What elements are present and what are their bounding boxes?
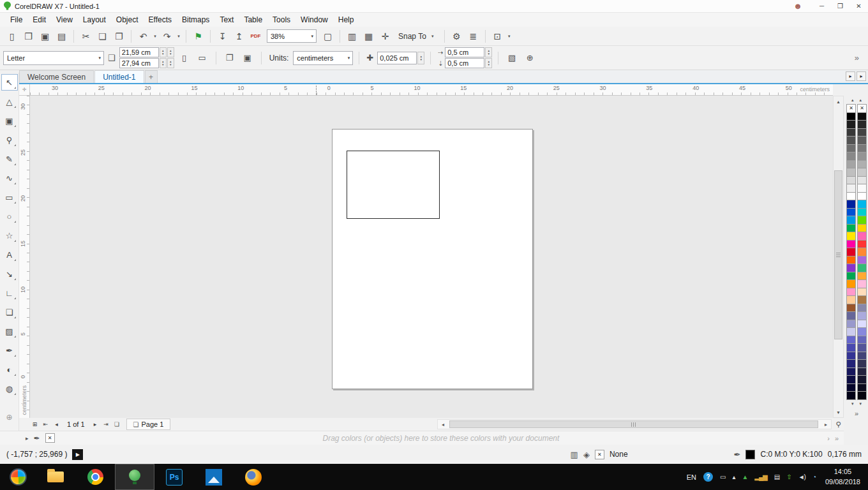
landscape-button[interactable]: ▭ [195, 50, 210, 66]
palette-scroll-down-button[interactable]: ▾▾ [851, 400, 862, 408]
taskbar-photos[interactable] [194, 464, 234, 490]
menu-tools[interactable]: Tools [267, 13, 296, 26]
update-icon[interactable]: ⇧ [786, 473, 791, 480]
paste-button[interactable]: ❐ [111, 29, 127, 44]
color-swatch[interactable] [857, 295, 867, 304]
color-swatch[interactable] [857, 311, 867, 320]
ruler-origin-icon[interactable]: ✛ [19, 84, 30, 96]
document-page[interactable] [332, 129, 533, 389]
treat-as-filled-button[interactable]: ▧ [504, 50, 520, 66]
new-tab-button[interactable]: + [145, 70, 158, 83]
page-width-input[interactable] [119, 47, 159, 57]
color-swatch[interactable] [857, 208, 867, 217]
menu-bitmaps[interactable]: Bitmaps [177, 13, 214, 26]
color-swatch[interactable] [857, 176, 867, 185]
taskbar-firefox[interactable] [234, 464, 273, 490]
previous-page-button[interactable]: ◂ [51, 419, 62, 429]
menu-view[interactable]: View [51, 13, 78, 26]
color-swatch[interactable] [857, 200, 867, 209]
color-swatch[interactable] [846, 200, 856, 209]
cut-button[interactable]: ✂ [78, 29, 94, 44]
menu-layout[interactable]: Layout [78, 13, 111, 26]
color-swatch[interactable] [846, 208, 856, 217]
page-width-spinner-2[interactable]: ▴▾ [167, 47, 174, 57]
color-swatch[interactable] [846, 128, 856, 137]
next-page-button[interactable]: ▸ [90, 419, 101, 429]
duplicate-y-input[interactable] [445, 58, 484, 68]
start-button[interactable] [0, 464, 36, 490]
scroll-left-button[interactable]: ◂ [438, 420, 448, 429]
color-swatch[interactable] [857, 152, 867, 161]
color-swatch[interactable] [846, 256, 856, 265]
drawing-canvas[interactable] [30, 96, 833, 418]
menu-help[interactable]: Help [333, 13, 359, 26]
menu-window[interactable]: Window [296, 13, 333, 26]
vertical-ruler[interactable]: 302520151050 centimeters [19, 96, 30, 418]
color-swatch[interactable] [857, 279, 867, 288]
last-page-button[interactable]: ⇥ [101, 419, 112, 429]
color-swatch[interactable] [857, 216, 867, 225]
color-swatch[interactable] [846, 144, 856, 153]
color-swatch[interactable] [857, 112, 867, 121]
application-launcher-button[interactable]: ≣ [465, 29, 481, 44]
palette-flyout-button[interactable]: » [855, 408, 858, 419]
open-button[interactable]: ❒ [20, 29, 36, 44]
color-swatch[interactable] [857, 240, 867, 249]
save-button[interactable]: ▣ [37, 29, 53, 44]
menu-table[interactable]: Table [239, 13, 267, 26]
page-menu-button[interactable]: ❏ [112, 419, 123, 429]
import-button[interactable]: ↧ [214, 29, 230, 44]
color-swatch[interactable] [846, 168, 856, 177]
color-swatch[interactable] [857, 120, 867, 129]
color-swatch[interactable] [857, 248, 867, 256]
vertical-scrollbar[interactable]: ▴ ▾ [833, 96, 844, 418]
quick-customize-button[interactable]: ⊕ [6, 413, 12, 422]
color-swatch[interactable] [846, 232, 856, 241]
color-swatch[interactable] [846, 311, 856, 320]
zoom-tool[interactable]: ⚲ [2, 132, 17, 147]
new-document-button[interactable]: ▯ [4, 29, 20, 44]
taskbar-file-explorer[interactable] [36, 464, 75, 490]
straight-line-connector-tool[interactable]: ∟ [2, 285, 17, 301]
document-palette-flyout-button[interactable]: » [835, 434, 839, 442]
minimize-button[interactable]: ─ [812, 0, 831, 12]
toolbar-overflow-button[interactable]: » [855, 53, 859, 63]
horizontal-ruler[interactable]: 3025201510505101520253035404550 centimet… [30, 84, 833, 96]
horizontal-scrollbar-thumb[interactable] [449, 420, 818, 428]
color-swatch[interactable] [846, 120, 856, 129]
no-color-swatch[interactable]: ✕ [846, 104, 856, 113]
tab-menu-button[interactable]: ▸ [857, 71, 866, 81]
document-palette-scroll-button[interactable]: › [827, 434, 830, 442]
circle-plus-icon[interactable]: ⊕ [522, 50, 537, 66]
menu-edit[interactable]: Edit [27, 13, 51, 26]
undo-button[interactable]: ↶ [135, 29, 151, 44]
document-properties-icon[interactable]: ▥ [571, 450, 578, 459]
security-icon[interactable]: ▲ [742, 473, 747, 480]
search-content-button[interactable]: ⚑ [190, 29, 206, 44]
page-height-spinner[interactable]: ▴▾ [160, 58, 167, 68]
show-grid-button[interactable]: ▦ [361, 29, 377, 44]
color-swatch[interactable] [846, 136, 856, 145]
taskbar-chrome[interactable] [75, 464, 115, 490]
options-button[interactable]: ⚙ [449, 29, 465, 44]
scroll-down-button[interactable]: ▾ [834, 407, 843, 417]
hidden-icons-icon[interactable]: ▴ [732, 473, 735, 480]
color-swatch[interactable] [857, 232, 867, 241]
color-swatch[interactable] [857, 160, 867, 169]
scroll-right-button[interactable]: ▸ [821, 420, 831, 429]
duplicate-x-spinner[interactable]: ▴▾ [485, 47, 492, 57]
color-swatch[interactable] [846, 248, 856, 256]
color-swatch[interactable] [846, 304, 856, 313]
print-button[interactable]: ▤ [54, 29, 70, 44]
color-swatch[interactable] [857, 359, 867, 368]
no-color-swatch[interactable]: ✕ [857, 104, 867, 113]
color-swatch[interactable] [846, 383, 856, 392]
drop-shadow-tool[interactable]: ❏ [2, 304, 17, 320]
color-swatch[interactable] [857, 391, 867, 400]
color-swatch[interactable] [857, 224, 867, 233]
color-swatch[interactable] [857, 375, 867, 384]
color-swatch[interactable] [846, 336, 856, 345]
menu-file[interactable]: File [5, 13, 27, 26]
redo-dropdown-icon[interactable]: ▾ [176, 34, 182, 39]
add-page-button[interactable]: ⊞ [29, 419, 40, 429]
